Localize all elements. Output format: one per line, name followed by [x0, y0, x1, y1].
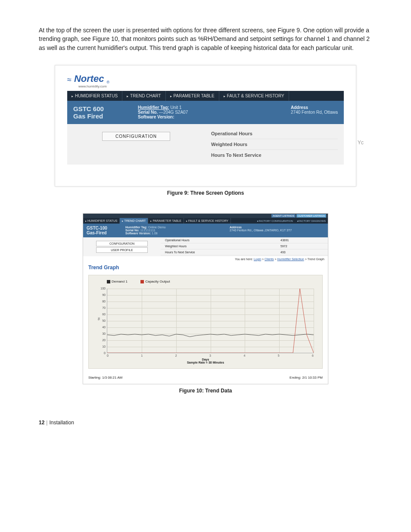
- address-label: Address: [230, 226, 324, 229]
- chevron-right-icon: ▸: [127, 94, 128, 98]
- brand-wave-icon: ≈: [67, 75, 72, 84]
- clipped-text: Yc: [358, 140, 364, 146]
- sample-rate-label: Sample Rate = 30 Minutes: [95, 361, 316, 364]
- table-row: Operational Hours43691: [161, 237, 328, 243]
- software-version-label: Software Version:: [138, 115, 174, 119]
- operational-hours-row: Operational Hours: [211, 128, 338, 139]
- user-profile-button[interactable]: USER PROFILE: [96, 247, 148, 253]
- address-label: Address: [291, 105, 338, 110]
- stats-strip: CONFIGURATION Operational Hours Weighted…: [67, 124, 344, 165]
- weighted-hours-row: Weighted Hours: [211, 139, 338, 150]
- nav-tabbar: ▸HUMIDIFIER STATUS ▸TREND CHART ▸PARAMET…: [67, 91, 344, 101]
- configuration-button[interactable]: CONFIGURATION: [102, 132, 170, 141]
- page-footer: 12|Installation: [39, 420, 372, 426]
- serial-label: Serial No:: [125, 229, 140, 232]
- tab-humidifier-status[interactable]: ▸HUMIDIFIER STATUS: [67, 91, 122, 101]
- table-row: Weighted Hours5972: [161, 243, 328, 249]
- chevron-right-icon: ▸: [85, 220, 87, 222]
- brand-url: www.humidity.com: [78, 84, 344, 88]
- breadcrumb-clients[interactable]: Clients: [265, 258, 274, 261]
- registered-icon: ®: [107, 80, 110, 84]
- breadcrumb-current: Trend Graph: [308, 258, 324, 261]
- breadcrumb: You are here: Login > Clients > Humidifi…: [83, 256, 328, 262]
- serial-label: Serial No.: [138, 110, 158, 115]
- tab-humidifier-status[interactable]: ▸HUMIDIFIER STATUS: [83, 218, 120, 224]
- type-label: Gas Fired: [73, 112, 138, 120]
- agent-listings-tab[interactable]: AGENT LISTINGS: [271, 214, 296, 218]
- x-ticks: 0123456: [107, 354, 314, 357]
- serial-value: 111111111: [140, 229, 156, 232]
- breadcrumb-login[interactable]: Login: [254, 258, 261, 261]
- brand-name: Nortec: [74, 73, 104, 84]
- stats-table: Operational Hours43691 Weighted Hours597…: [161, 237, 328, 255]
- start-time: Starting: 1/3 08:21 AM: [88, 376, 122, 380]
- configuration-button[interactable]: CONFIGURATION: [96, 241, 148, 246]
- legend-demand1: Demand 1: [112, 280, 128, 283]
- model-label: GSTC-100: [87, 226, 125, 230]
- tab-trend-chart[interactable]: ▸TREND CHART: [120, 218, 148, 224]
- figure10-caption: Figure 10: Trend Data: [39, 388, 372, 394]
- page-number: 12: [39, 420, 44, 426]
- type-label: Gas-Fired: [87, 230, 125, 235]
- humidifier-tag-label: Humidifier Tag:: [125, 226, 147, 229]
- x-axis-label: Days: [95, 358, 316, 361]
- legend-capacity: Capacity Output: [145, 280, 170, 283]
- unit-header: GSTC 600 Gas Fired Humidifier Tag: Unit …: [67, 101, 344, 124]
- end-time: Ending: 2/1 10:33 PM: [290, 376, 323, 380]
- chevron-right-icon: ▸: [186, 220, 187, 222]
- figure9-caption: Figure 9: Three Screen Options: [39, 190, 372, 196]
- breadcrumb-humidifier-selection[interactable]: Humidifier Selection: [277, 258, 304, 261]
- address-value: 2740 Fenton Rd., Ottawa ,ONTARIO, K1T 3T…: [230, 229, 324, 232]
- tab-parameter-table[interactable]: ▸PARAMETER TABLE: [166, 91, 219, 101]
- chevron-right-icon: ▸: [150, 220, 152, 222]
- chevron-right-icon: ▸: [170, 94, 172, 98]
- chart-legend: Demand 1 Capacity Output: [107, 280, 316, 283]
- humidifier-tag-value: Online Demo: [148, 226, 166, 229]
- chevron-right-icon: ▸: [224, 94, 225, 98]
- tab-fault-service-history[interactable]: ▸FAULT & SERVICE HISTORY: [219, 91, 289, 101]
- humidifier-tag-label: Humidifier Tag:: [138, 105, 169, 110]
- chevron-right-icon: ▸: [122, 220, 123, 222]
- chart-area: Demand 1 Capacity Output % 0102030405060…: [88, 275, 323, 369]
- unit-header: GSTC-100 Gas-Fired Humidifier Tag: Onlin…: [83, 224, 328, 237]
- trend-chart: % 0102030405060708090100: [107, 289, 314, 353]
- address-value: 2740 Fenton Rd, Ottawa: [291, 110, 338, 115]
- factory-configuration-link[interactable]: ▸FACTORY CONFIGURATION: [255, 218, 295, 224]
- table-row: Hours To Next Service493: [161, 249, 328, 255]
- model-label: GSTC 600: [73, 105, 138, 112]
- tab-trend-chart[interactable]: ▸TREND CHART: [122, 91, 165, 101]
- figure10-screenshot: AGENT LISTINGS CUSTOMER LISTINGS ▸HUMIDI…: [83, 213, 328, 384]
- chevron-right-icon: ▸: [72, 94, 73, 98]
- swatch-capacity-icon: [140, 280, 144, 283]
- figure9-screenshot: ≈ Nortec® www.humidity.com ▸HUMIDIFIER S…: [55, 65, 356, 187]
- brand-logo: ≈ Nortec®: [67, 73, 344, 84]
- swatch-demand1-icon: [107, 280, 110, 283]
- hours-to-next-service-row: Hours To Next Service: [211, 150, 338, 160]
- software-version-value: 1.08: [152, 232, 158, 235]
- customer-listings-tab[interactable]: CUSTOMER LISTINGS: [296, 214, 326, 218]
- serial-value: —204G S2A07: [159, 110, 188, 115]
- intro-paragraph: At the top of the screen the user is pre…: [39, 26, 372, 52]
- tab-parameter-table[interactable]: ▸PARAMETER TABLE: [148, 218, 184, 224]
- humidifier-tag-value: Unit 1: [170, 105, 181, 110]
- factory-diagnosis-link[interactable]: ▸FACTORY DIAGNOSIS: [295, 218, 328, 224]
- trend-graph-title: Trend Graph: [88, 264, 323, 271]
- tab-fault-service-history[interactable]: ▸FAULT & SERVICE HISTORY: [184, 218, 231, 224]
- software-version-label: Software Version:: [125, 232, 151, 235]
- section-name: Installation: [49, 420, 74, 426]
